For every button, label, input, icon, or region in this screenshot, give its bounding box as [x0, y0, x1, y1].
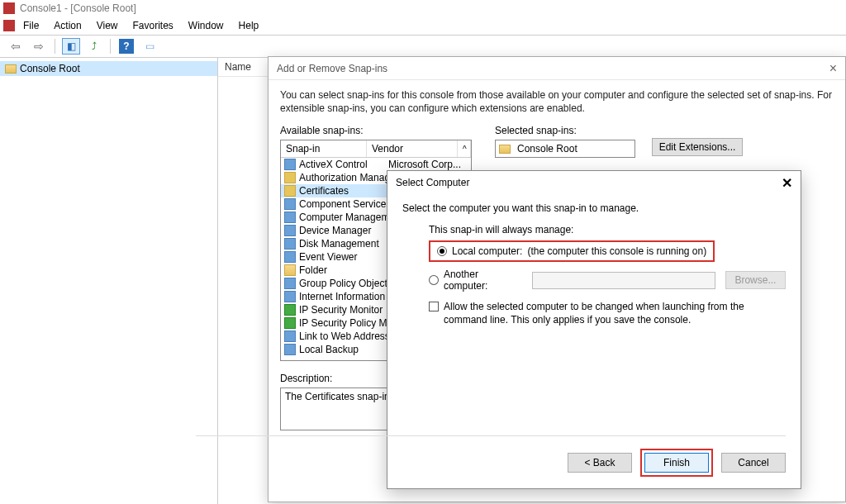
menu-view[interactable]: View: [97, 20, 118, 31]
local-computer-label: Local computer:: [452, 245, 522, 257]
back-button[interactable]: [7, 38, 25, 55]
snapin-vendor: Microsoft Corp...: [388, 159, 468, 170]
available-snapins-label: Available snap-ins:: [280, 125, 472, 136]
close-icon[interactable]: ×: [829, 61, 837, 76]
cancel-button[interactable]: Cancel: [721, 453, 786, 473]
new-window-button[interactable]: [140, 38, 159, 55]
help-icon: [119, 39, 134, 54]
menu-action[interactable]: Action: [54, 20, 81, 31]
finish-button[interactable]: Finish: [644, 453, 709, 473]
dialog-title: Select Computer: [396, 177, 469, 188]
menu-help[interactable]: Help: [239, 20, 259, 31]
dialog-body: Select the computer you want this snap-i…: [387, 194, 801, 335]
toolbar-separator: [110, 39, 111, 54]
another-computer-row: Another computer: Browse...: [429, 269, 786, 292]
menu-file[interactable]: File: [23, 20, 39, 31]
show-tree-button[interactable]: [62, 38, 80, 55]
snapin-icon: [284, 304, 296, 316]
selected-snapins-box[interactable]: Console Root: [495, 140, 635, 158]
toolbar-separator: [55, 39, 55, 54]
menu-favorites[interactable]: Favorites: [133, 20, 173, 31]
radio-another-computer[interactable]: [429, 275, 439, 285]
snapin-icon: [284, 185, 296, 197]
snapin-icon: [284, 330, 296, 342]
dialog-footer: < Back Finish Cancel: [568, 449, 786, 477]
window-titlebar: Console1 - [Console Root]: [0, 0, 846, 17]
dialog-title: Add or Remove Snap-ins: [277, 63, 387, 74]
window-title: Console1 - [Console Root]: [20, 2, 136, 14]
forward-button[interactable]: [30, 38, 48, 55]
snapin-icon: [284, 159, 296, 170]
snapin-icon: [284, 198, 296, 210]
manage-fieldset: This snap-in will always manage: Local c…: [429, 224, 786, 326]
list-header: Snap-in Vendor: [281, 140, 471, 158]
another-computer-label: Another computer:: [444, 269, 525, 292]
menu-window[interactable]: Window: [188, 20, 224, 31]
another-computer-input: [532, 272, 715, 289]
fieldset-label: This snap-in will always manage:: [429, 224, 786, 235]
snapin-label: ActiveX Control: [299, 159, 385, 170]
app-icon: [3, 2, 15, 14]
allow-change-row: Allow the selected computer to be change…: [429, 300, 786, 326]
snapin-icon: [284, 212, 296, 223]
doc-icon: [3, 20, 15, 31]
snapin-icon: [284, 251, 296, 263]
snapin-icon: [284, 317, 296, 329]
radio-local-computer[interactable]: [437, 246, 447, 256]
selected-root-label: Console Root: [517, 143, 577, 155]
column-snapin[interactable]: Snap-in: [281, 140, 367, 157]
snapin-icon: [284, 238, 296, 250]
select-computer-intro: Select the computer you want this snap-i…: [402, 202, 786, 214]
tree-item-console-root[interactable]: Console Root: [0, 61, 217, 76]
tree-item-label: Console Root: [20, 63, 80, 74]
toolbar: [0, 35, 846, 58]
snapin-icon: [284, 225, 296, 236]
dialog-select-computer: Select Computer ✕ Select the computer yo…: [387, 170, 801, 489]
dialog-header[interactable]: Add or Remove Snap-ins ×: [269, 57, 845, 80]
folder-icon: [499, 145, 511, 154]
footer-separator: [196, 435, 786, 436]
column-vendor[interactable]: Vendor: [367, 140, 458, 157]
local-computer-hint: (the computer this console is running on…: [527, 245, 706, 257]
back-button[interactable]: < Back: [568, 453, 632, 473]
finish-highlight: Finish: [640, 449, 713, 477]
local-computer-highlight: Local computer: (the computer this conso…: [429, 240, 715, 262]
browse-button: Browse...: [725, 271, 786, 289]
dialog-intro-text: You can select snap-ins for this console…: [280, 88, 834, 115]
selected-snapins-label: Selected snap-ins:: [495, 125, 635, 136]
snapin-icon: [284, 278, 296, 289]
close-icon[interactable]: ✕: [782, 175, 792, 191]
export-button[interactable]: [85, 38, 103, 55]
edit-extensions-button[interactable]: Edit Extensions...: [652, 138, 743, 156]
menu-bar: File Action View Favorites Window Help: [0, 17, 846, 35]
dialog-header[interactable]: Select Computer ✕: [387, 171, 801, 194]
tree-pane[interactable]: Console Root: [0, 58, 218, 504]
snapin-icon: [284, 264, 296, 276]
help-button[interactable]: [117, 38, 135, 55]
allow-change-text: Allow the selected computer to be change…: [444, 300, 786, 326]
snapin-icon: [284, 172, 296, 183]
snapin-icon: [284, 344, 296, 355]
snapin-row[interactable]: ActiveX ControlMicrosoft Corp...: [281, 158, 471, 171]
snapin-icon: [284, 291, 296, 302]
scroll-up-icon[interactable]: [458, 140, 471, 157]
folder-icon: [5, 64, 17, 74]
allow-change-checkbox[interactable]: [429, 302, 439, 311]
